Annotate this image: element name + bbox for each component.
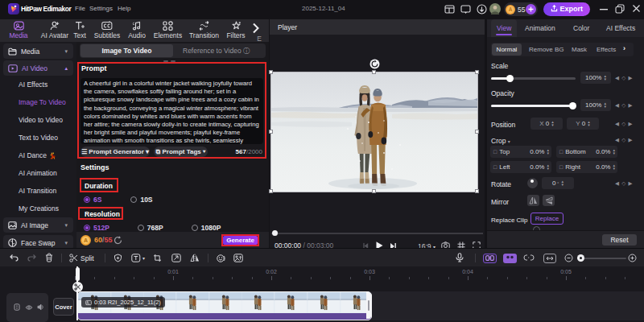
- svg-text:A: A: [84, 237, 88, 243]
- svg-text:A: A: [509, 6, 513, 12]
